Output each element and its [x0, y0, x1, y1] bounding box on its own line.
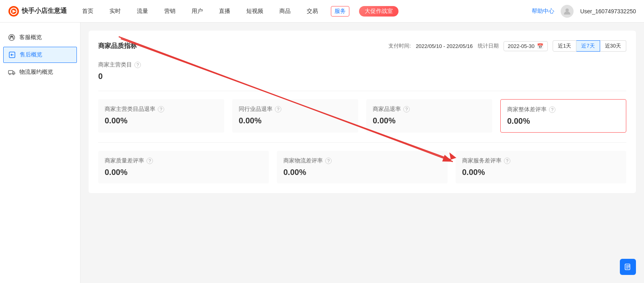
metrics-row-2: 商家质量差评率 ? 0.00% 商家物流差评率 ? 0.00% 商家服务差评率 [98, 151, 626, 183]
help-link[interactable]: 帮助中心 [532, 8, 554, 15]
metric-label-text-0: 商家主营类目品退率 [105, 106, 155, 113]
layout: 客服概览 售后概览 物流履约概览 [0, 23, 644, 283]
date-btn-group: 近1天 近7天 近30天 [553, 40, 626, 52]
metric-value-0: 0.00% [105, 116, 218, 125]
metrics-row-1: 商家主营类目品退率 ? 0.00% 同行业品退率 ? 0.00% 商 [98, 99, 626, 133]
nav-home[interactable]: 首页 [79, 6, 97, 17]
metric-label-5: 商家物流差评率 ? [283, 157, 441, 164]
metric-card-logistics-bad-review: 商家物流差评率 ? 0.00% [277, 151, 448, 183]
sidebar-item-logistics-overview[interactable]: 物流履约概览 [0, 64, 80, 81]
username: User_1607497332250 [580, 8, 636, 15]
nav-live[interactable]: 直播 [216, 6, 233, 17]
metric-help-icon-2[interactable]: ? [403, 106, 410, 112]
feedback-button[interactable] [620, 259, 636, 275]
metric-label-text-2: 商家品退率 [373, 106, 401, 113]
nav-realtime[interactable]: 实时 [106, 6, 124, 17]
date-btn-30days[interactable]: 近30天 [600, 40, 626, 52]
sidebar-label-logistics: 物流履约概览 [19, 69, 53, 76]
header-nav: 首页 实时 流量 营销 用户 直播 短视频 商品 交易 服务 大促作战室 [79, 6, 532, 17]
metric-value-3: 0.00% [507, 117, 619, 126]
metric-label-1: 同行业品退率 ? [239, 106, 352, 113]
svg-rect-6 [13, 37, 14, 39]
return-icon [8, 51, 16, 58]
sidebar: 客服概览 售后概览 物流履约概览 [0, 23, 80, 283]
quality-metrics-card: 商家品质指标 支付时间: 2022/05/10 - 2022/05/16 统计日… [89, 31, 636, 193]
date-btn-1day[interactable]: 近1天 [553, 40, 576, 52]
calendar-icon: 📅 [537, 43, 543, 49]
main-category-label-row: 商家主营类目 ? [98, 61, 626, 69]
sidebar-item-aftersale-overview[interactable]: 售后概览 [3, 47, 77, 63]
svg-point-10 [13, 74, 14, 75]
metric-card-overall-bad-review: 商家整体差评率 ? 0.00% [500, 99, 626, 133]
main-category-value: 0 [98, 72, 626, 81]
nav-traffic[interactable]: 流量 [134, 6, 151, 17]
card-title: 商家品质指标 [98, 42, 137, 50]
stat-date-value: 2022-05-30 [508, 43, 535, 49]
main-content: 商家品质指标 支付时间: 2022/05/10 - 2022/05/16 统计日… [80, 23, 644, 283]
metric-value-5: 0.00% [283, 168, 441, 177]
metric-label-0: 商家主营类目品退率 ? [105, 106, 218, 113]
svg-rect-5 [10, 37, 11, 39]
payment-time-label: 支付时间: [388, 42, 411, 50]
metric-card-merchant-return-rate: 商家品退率 ? 0.00% [366, 99, 492, 133]
metric-label-text-6: 商家服务差评率 [462, 157, 502, 164]
metric-value-2: 0.00% [373, 116, 486, 125]
truck-icon [8, 69, 15, 76]
metric-card-quality-bad-review: 商家质量差评率 ? 0.00% [98, 151, 269, 183]
metric-label-text-4: 商家质量差评率 [105, 157, 144, 164]
nav-user[interactable]: 用户 [188, 6, 206, 17]
main-category-help-icon[interactable]: ? [134, 62, 141, 68]
nav-marketing[interactable]: 营销 [161, 6, 179, 17]
logo-icon [8, 6, 19, 17]
nav-shortvideo[interactable]: 短视频 [243, 6, 266, 17]
metric-value-6: 0.00% [462, 168, 620, 177]
date-btn-7days[interactable]: 近7天 [576, 40, 600, 52]
metric-value-1: 0.00% [239, 116, 352, 125]
sidebar-item-customer-overview[interactable]: 客服概览 [0, 29, 80, 46]
payment-time-value: 2022/05/10 - 2022/05/16 [416, 43, 473, 49]
stat-date-input[interactable]: 2022-05-30 📅 [504, 41, 548, 51]
divider-2 [98, 142, 626, 143]
main-category-section: 商家主营类目 ? 0 [98, 61, 626, 81]
metric-help-icon-1[interactable]: ? [275, 106, 281, 112]
sidebar-label-aftersale: 售后概览 [20, 51, 42, 58]
stat-date-label: 统计日期 [478, 42, 499, 50]
nav-service[interactable]: 服务 [331, 6, 349, 17]
metric-help-icon-3[interactable]: ? [549, 106, 555, 113]
metric-card-main-return-rate: 商家主营类目品退率 ? 0.00% [98, 99, 224, 133]
header: 快手小店生意通 首页 实时 流量 营销 用户 直播 短视频 商品 交易 服务 大… [0, 0, 644, 23]
logo-text: 快手小店生意通 [22, 7, 67, 15]
headset-icon [8, 34, 15, 41]
metric-label-2: 商家品退率 ? [373, 106, 486, 113]
nav-campaign-btn[interactable]: 大促作战室 [359, 6, 398, 17]
svg-point-3 [566, 8, 569, 12]
metric-label-4: 商家质量差评率 ? [105, 157, 262, 164]
nav-product[interactable]: 商品 [276, 6, 294, 17]
nav-transaction[interactable]: 交易 [303, 6, 321, 17]
metric-card-service-bad-review: 商家服务差评率 ? 0.00% [456, 151, 626, 183]
header-right: 帮助中心 User_1607497332250 [532, 5, 636, 18]
logo: 快手小店生意通 [8, 6, 67, 17]
metric-label-3: 商家整体差评率 ? [507, 106, 619, 113]
metric-label-text-5: 商家物流差评率 [283, 157, 323, 164]
main-category-label: 商家主营类目 [98, 61, 132, 69]
edit-icon [624, 263, 632, 271]
metric-label-6: 商家服务差评率 ? [462, 157, 620, 164]
metric-help-icon-5[interactable]: ? [325, 158, 332, 164]
metric-label-text-3: 商家整体差评率 [507, 106, 547, 113]
divider-1 [98, 91, 626, 91]
card-header-right: 支付时间: 2022/05/10 - 2022/05/16 统计日期 2022-… [388, 40, 626, 52]
metric-help-icon-6[interactable]: ? [504, 158, 510, 164]
svg-rect-8 [8, 71, 13, 74]
avatar [561, 5, 574, 18]
metric-help-icon-4[interactable]: ? [147, 158, 153, 164]
card-header: 商家品质指标 支付时间: 2022/05/10 - 2022/05/16 统计日… [98, 40, 626, 52]
metric-value-4: 0.00% [105, 168, 262, 177]
svg-point-9 [9, 74, 10, 75]
metric-help-icon-0[interactable]: ? [158, 106, 164, 112]
metric-label-text-1: 同行业品退率 [239, 106, 272, 113]
metric-card-industry-return-rate: 同行业品退率 ? 0.00% [232, 99, 358, 133]
sidebar-label-customer: 客服概览 [19, 34, 42, 41]
